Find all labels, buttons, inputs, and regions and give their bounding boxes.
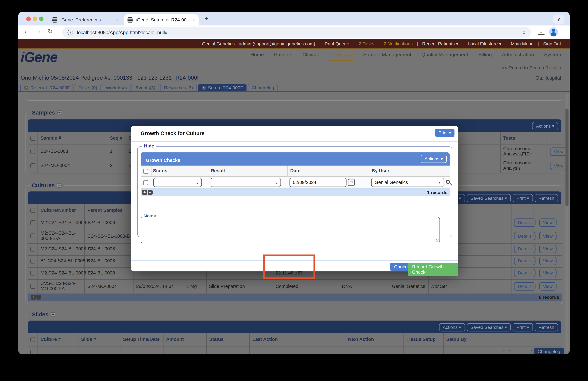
forward-icon[interactable]: → [36, 28, 42, 35]
resize-handle[interactable] [436, 239, 439, 242]
view-button[interactable]: View [550, 147, 567, 156]
select-all-checkbox[interactable] [30, 337, 35, 342]
close-tab-icon[interactable]: × [116, 17, 119, 23]
calendar-icon[interactable]: 31 [348, 179, 355, 186]
row-checkbox[interactable] [30, 259, 35, 264]
view-button[interactable]: View [539, 257, 556, 265]
details-button[interactable]: Details [514, 282, 535, 291]
details-button[interactable]: Details [514, 257, 535, 265]
record-growth-check-button[interactable]: Record Growth Check [408, 263, 458, 276]
samples-actions-button[interactable]: Actions ▾ [532, 122, 558, 130]
details-button[interactable] [503, 350, 510, 354]
add-row-icon[interactable]: + [142, 190, 147, 195]
slides-refresh-button[interactable]: Refresh [535, 323, 558, 332]
browser-tab-setup[interactable]: iGene: Setup for R24-000F × [124, 14, 199, 25]
view-button[interactable]: View [539, 232, 556, 240]
cultures-saved-searches-button[interactable]: Saved Searches ▾ [467, 194, 511, 202]
growth-checks-actions-button[interactable]: Actions ▾ [421, 155, 447, 163]
row-checkbox[interactable] [30, 350, 35, 354]
remove-row-icon[interactable]: − [36, 295, 42, 300]
view-button[interactable]: View [539, 219, 556, 227]
topbar-notifications[interactable]: 2 Notifications [374, 41, 413, 46]
add-row-icon[interactable]: + [31, 295, 36, 300]
status-select[interactable]: ⌄ [153, 178, 202, 187]
topbar-local-filestore[interactable]: Local Filestore ▾ [458, 41, 501, 46]
slides-actions-button[interactable]: Actions ▾ [439, 323, 465, 332]
page-scrollbar[interactable] [566, 93, 568, 352]
notes-textarea[interactable] [141, 217, 440, 243]
details-button[interactable]: Details [514, 232, 535, 240]
col-tissue-setup: Tissue Setup [406, 337, 436, 342]
topbar-tasks[interactable]: 2 Tasks [349, 41, 374, 46]
referral-link[interactable]: R24-000F [175, 74, 201, 81]
view-button[interactable]: View [539, 282, 556, 291]
select-all-checkbox[interactable] [30, 208, 35, 213]
select-all-checkbox[interactable] [143, 169, 148, 174]
close-tab-icon[interactable]: × [192, 17, 195, 23]
collapse-icon[interactable]: − [51, 312, 55, 316]
browser-tab-preferences[interactable]: iGene: Preferences × [48, 14, 123, 25]
details-button[interactable]: Details [514, 245, 535, 253]
address-bar[interactable]: i localhost:8080/App/App.html?locale=nul… [62, 27, 531, 38]
details-button[interactable]: Details [514, 269, 535, 277]
cultures-print-button[interactable]: Print ▾ [513, 194, 533, 202]
topbar-print-queue[interactable]: Print Queue [315, 41, 349, 46]
maximize-window-button[interactable] [39, 17, 43, 21]
nav-laboratory[interactable]: Laboratory [329, 52, 353, 61]
downloads-icon[interactable]: ↓ [538, 28, 544, 35]
row-checkbox[interactable] [30, 220, 35, 225]
slides-saved-searches-button[interactable]: Saved Searches ▾ [467, 323, 511, 332]
view-button[interactable]: View [550, 162, 567, 170]
topbar-main-menu[interactable]: Main Menu [501, 41, 534, 46]
remove-row-icon[interactable]: − [148, 190, 153, 195]
row-checkbox[interactable] [143, 180, 148, 185]
nav-billing[interactable]: Billing [478, 52, 492, 61]
row-checkbox[interactable] [30, 247, 35, 252]
site-info-icon[interactable]: i [67, 29, 73, 35]
nav-quality-management[interactable]: Quality Management [421, 52, 468, 61]
profile-avatar[interactable] [549, 27, 558, 36]
nav-administration[interactable]: Administration [502, 52, 534, 61]
row-checkbox[interactable] [30, 234, 35, 239]
collapse-icon[interactable]: − [57, 110, 62, 115]
ou-value-link[interactable]: Hospital [544, 75, 561, 81]
minimize-window-button[interactable] [33, 17, 37, 21]
patient-name-link[interactable]: Ono Michio [21, 74, 49, 81]
row-checkbox[interactable] [30, 271, 35, 276]
hide-toggle[interactable]: Hide [142, 143, 156, 149]
collapse-icon[interactable]: − [57, 183, 61, 187]
nav-clinical[interactable]: Clinical [302, 52, 319, 61]
search-icon[interactable] [446, 180, 450, 184]
row-checkbox[interactable] [30, 163, 35, 168]
topbar-recent-patients[interactable]: Recent Patients ▾ [413, 41, 458, 46]
row-checkbox[interactable] [30, 284, 35, 289]
back-icon[interactable]: ← [24, 28, 30, 35]
bookmark-star-icon[interactable]: ☆ [521, 29, 526, 36]
modal-print-button[interactable]: Print ▾ [435, 129, 454, 137]
view-button[interactable]: View [539, 269, 556, 277]
cultures-refresh-button[interactable]: Refresh [535, 194, 558, 202]
nav-home[interactable]: Home [250, 52, 264, 61]
culture-number: M2:C24-S24-BL-0008-C [41, 246, 91, 252]
new-tab-button[interactable]: + [204, 15, 208, 23]
nav-system[interactable]: System [544, 52, 561, 61]
nav-patients[interactable]: Patients [274, 52, 292, 61]
return-to-search-link[interactable]: << Return to Search Results [502, 65, 561, 70]
date-input[interactable]: 02/09/2024 [290, 178, 347, 187]
row-checkbox[interactable] [30, 149, 35, 154]
view-button[interactable]: View [539, 245, 556, 253]
close-window-button[interactable] [26, 17, 31, 21]
tab-search-chevron-icon[interactable]: ∨ [553, 15, 564, 24]
result-select[interactable]: ⌄ [211, 178, 281, 187]
browser-menu-icon[interactable]: ⋮ [562, 28, 568, 35]
url-text[interactable]: localhost:8080/App/App.html?locale=null# [77, 29, 168, 35]
topbar-sign-out[interactable]: Sign Out [533, 41, 561, 46]
scrollbar-thumb[interactable] [566, 109, 568, 206]
by-user-select[interactable]: Genial Genetics▼ [371, 178, 444, 187]
slides-print-button[interactable]: Print ▾ [513, 323, 533, 332]
details-button[interactable]: Details [514, 219, 535, 227]
changelog-button[interactable]: Changelog [534, 348, 564, 354]
nav-sample-management[interactable]: Sample Management [363, 52, 411, 61]
select-all-checkbox[interactable] [30, 136, 35, 141]
reload-icon[interactable]: ↻ [48, 28, 53, 35]
